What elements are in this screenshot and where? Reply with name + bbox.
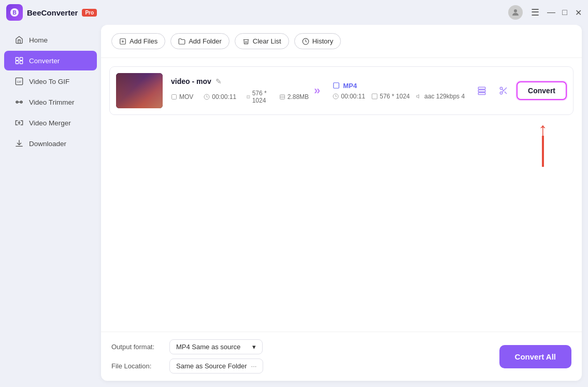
toolbar: Add Files Add Folder Clear List History [101, 25, 582, 58]
file-location-label: File Location: [111, 362, 163, 370]
add-files-button[interactable]: Add Files [111, 33, 165, 49]
output-info: MP4 00:00:11 576 * 1024 aa [333, 82, 465, 100]
red-arrow-indicator: ↑ [538, 120, 548, 167]
sidebar-item-downloader-label: Downloader [29, 140, 66, 148]
svg-rect-29 [478, 90, 485, 92]
file-name-row: video - mov ✎ [171, 77, 302, 85]
scissors-icon [499, 86, 508, 95]
output-duration: 00:00:11 [333, 93, 365, 100]
delete-file-button[interactable] [495, 82, 512, 99]
pro-badge: Pro [82, 9, 97, 17]
title-bar-right: ☰ — □ ✕ [508, 5, 582, 20]
sidebar-item-home[interactable]: Home [4, 30, 97, 50]
edit-icon[interactable]: ✎ [216, 77, 222, 85]
audio-icon [416, 93, 422, 99]
svg-line-34 [505, 92, 507, 94]
more-options-icon[interactable]: ··· [251, 362, 257, 370]
sidebar-item-downloader[interactable]: Downloader [4, 134, 97, 153]
add-folder-button[interactable]: Add Folder [170, 33, 230, 49]
convert-button[interactable]: Convert [517, 81, 567, 100]
file-thumbnail [116, 73, 163, 108]
chevron-down-icon: ▾ [252, 343, 256, 351]
file-format-icon [171, 94, 177, 100]
clear-list-button[interactable]: Clear List [235, 33, 289, 49]
bottom-bar: Output format: MP4 Same as source ▾ File… [101, 332, 582, 381]
app-name: BeeConverter [27, 8, 78, 17]
svg-rect-28 [478, 87, 485, 89]
downloader-icon [15, 139, 24, 148]
file-list: video - mov ✎ MOV 00:00:11 [101, 58, 582, 332]
menu-icon[interactable]: ☰ [531, 7, 539, 18]
file-meta: MOV 00:00:11 576 * 1024 2.88MB [171, 90, 302, 104]
merger-icon [15, 118, 24, 127]
output-format-row: Output format: MP4 Same as source ▾ [111, 339, 263, 354]
converter-icon [15, 56, 24, 65]
output-duration-icon [333, 93, 339, 99]
edit-settings-button[interactable] [473, 82, 491, 99]
output-format-select[interactable]: MP4 Same as source ▾ [169, 339, 263, 354]
svg-point-31 [500, 87, 503, 90]
file-actions: Convert [473, 81, 567, 100]
size-icon [279, 94, 285, 100]
svg-rect-24 [334, 83, 339, 89]
sidebar-item-home-label: Home [29, 36, 48, 44]
sidebar-item-gif-label: Video To GIF [29, 78, 69, 85]
trimmer-icon [15, 97, 24, 107]
svg-rect-30 [478, 93, 485, 95]
svg-text:B: B [12, 10, 16, 16]
sidebar-item-video-merger[interactable]: Video Merger [4, 113, 97, 133]
output-resolution-icon [371, 93, 378, 99]
duration-icon [204, 94, 210, 100]
main-layout: Home Converter GIF Video To GIF Video Tr… [0, 25, 588, 387]
sidebar-item-video-trimmer[interactable]: Video Trimmer [4, 92, 97, 112]
clear-list-icon [242, 38, 250, 45]
svg-rect-4 [20, 58, 22, 60]
resolution-icon [247, 94, 250, 100]
sidebar-item-video-to-gif[interactable]: GIF Video To GIF [4, 71, 97, 91]
output-resolution: 576 * 1024 [371, 93, 410, 100]
title-bar-left: B BeeConverter Pro [6, 4, 97, 21]
convert-all-button[interactable]: Convert All [499, 345, 571, 368]
svg-point-32 [500, 92, 503, 94]
history-button[interactable]: History [294, 33, 341, 49]
settings-list-icon [477, 86, 486, 95]
output-meta: 00:00:11 576 * 1024 aac 129kbps 4 [333, 93, 465, 100]
gif-icon: GIF [15, 77, 24, 86]
output-format-row: MP4 [333, 82, 465, 90]
output-format-icon [333, 82, 340, 89]
sidebar-item-merger-label: Video Merger [29, 119, 71, 127]
title-bar: B BeeConverter Pro ☰ — □ ✕ [0, 0, 588, 25]
svg-text:GIF: GIF [17, 80, 22, 83]
user-icon[interactable] [508, 5, 523, 20]
svg-rect-16 [172, 95, 177, 99]
sidebar: Home Converter GIF Video To GIF Video Tr… [0, 25, 101, 387]
source-format: MOV [171, 90, 193, 104]
thumbnail-image [116, 73, 163, 108]
svg-rect-18 [247, 95, 250, 98]
home-icon [15, 35, 24, 45]
bottom-left: Output format: MP4 Same as source ▾ File… [111, 339, 263, 374]
source-resolution: 576 * 1024 [247, 90, 269, 104]
sidebar-item-trimmer-label: Video Trimmer [29, 98, 75, 106]
red-arrow-container: ↑ [109, 115, 573, 167]
svg-marker-27 [417, 94, 419, 98]
output-audio: aac 129kbps 4 [416, 93, 465, 100]
history-icon [302, 38, 309, 45]
maximize-button[interactable]: □ [561, 9, 568, 16]
source-duration: 00:00:11 [204, 90, 236, 104]
content-area: Add Files Add Folder Clear List History [101, 25, 582, 381]
svg-point-2 [514, 9, 517, 12]
arrow-section: » [310, 84, 324, 97]
output-format-label: Output format: [111, 343, 163, 351]
file-location-row: File Location: Same as Source Folder ··· [111, 359, 263, 374]
red-arrow-shaft [542, 136, 544, 167]
add-files-icon [119, 38, 126, 45]
sidebar-item-converter-label: Converter [29, 57, 60, 65]
sidebar-item-converter[interactable]: Converter [4, 51, 97, 70]
source-size: 2.88MB [279, 90, 309, 104]
close-button[interactable]: ✕ [575, 9, 582, 16]
svg-rect-3 [16, 58, 18, 60]
minimize-button[interactable]: — [548, 9, 555, 16]
file-location-select[interactable]: Same as Source Folder ··· [169, 359, 263, 374]
app-logo: B [6, 4, 23, 21]
